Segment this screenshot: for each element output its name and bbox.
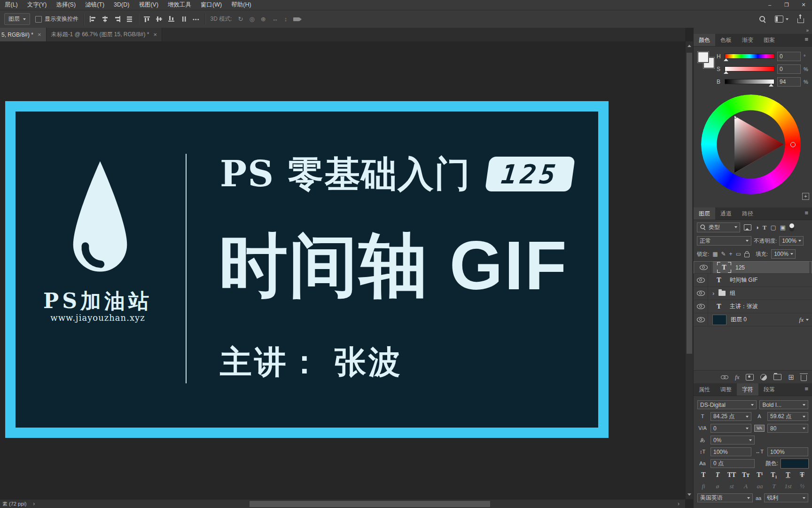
menu-plugins[interactable]: 增效工具 [163,0,196,10]
canvas-area[interactable]: PS加油站 www.jiayouzhan.xyz PS 零基础入门 125 时间… [0,41,685,499]
more-options-icon[interactable]: ••• [193,16,200,22]
kerning-input[interactable]: 0 [710,424,751,433]
link-layers-icon[interactable] [721,375,728,379]
search-icon[interactable] [759,16,766,23]
hue-slider-marker[interactable] [724,58,728,61]
fractions-button[interactable]: ½ [797,483,807,490]
layer-row-lecturer[interactable]: T 主讲：张波 [694,300,812,313]
stylistic-alternates-button[interactable]: aa [755,483,765,490]
expand-group-icon[interactable]: › [712,290,714,297]
close-tab-icon[interactable]: × [154,31,157,38]
restore-button[interactable]: ❐ [778,0,795,10]
superscript-button[interactable]: T¹ [755,471,765,479]
menu-filter[interactable]: 滤镜(T) [80,0,109,10]
new-layer-icon[interactable]: ⊞ [788,373,794,381]
visibility-toggle[interactable] [694,287,708,300]
layer-select-dropdown[interactable]: 图层 [4,13,30,25]
layer-name[interactable]: 125 [735,264,745,271]
blend-mode-dropdown[interactable]: 正常 [697,236,751,246]
lock-image-icon[interactable]: ✎ [721,251,726,257]
pixel-layer-thumbnail[interactable] [712,315,726,325]
layer-name[interactable]: 组 [730,289,735,297]
workspace-switcher[interactable] [775,16,789,23]
tab-paragraph[interactable]: 段落 [758,383,780,396]
font-family-dropdown[interactable]: DS-Digital [697,400,757,409]
orbit-3d-icon[interactable]: ↻ [238,16,243,23]
subscript-button[interactable]: T₁ [769,471,779,479]
tab-patterns[interactable]: 图案 [758,34,780,46]
baseline-shift-input[interactable]: 0 点 [710,459,755,468]
menu-layer[interactable]: 层(L) [0,0,23,10]
scroll-down-icon[interactable] [687,493,691,496]
close-button[interactable]: ✕ [795,0,812,10]
filter-shape-layers-icon[interactable]: ▢ [771,224,776,230]
visibility-toggle[interactable] [694,274,708,286]
show-transform-checkbox[interactable] [35,16,42,23]
layer-filter-dropdown[interactable]: 类型 [697,222,740,232]
tab-color[interactable]: 颜色 [694,34,715,46]
tsume-input[interactable]: 0% [710,436,755,444]
text-layer-thumbnail[interactable]: T [712,303,726,310]
underline-button[interactable]: T [783,471,793,479]
filter-type-layers-icon[interactable]: T [763,224,767,230]
share-icon[interactable] [797,18,804,23]
hue-slider[interactable] [725,54,774,59]
swash-button[interactable]: A [741,483,750,490]
menu-window[interactable]: 窗口(W) [196,0,226,10]
lock-position-icon[interactable]: + [729,251,733,257]
strikethrough-button[interactable]: Ŧ [797,471,807,479]
brightness-slider-marker[interactable] [769,84,773,87]
contextual-alternates-button[interactable]: ø [713,483,722,490]
tab-adjustments[interactable]: 调整 [715,383,737,396]
faux-italic-button[interactable]: T [713,471,722,479]
visibility-toggle[interactable] [694,300,708,313]
add-mask-icon[interactable] [746,374,754,381]
panel-menu-icon[interactable]: ≡ [804,34,812,46]
tab-channels[interactable]: 通道 [715,207,737,220]
menu-select[interactable]: 选择(S) [51,0,80,10]
distribute-vertical-icon[interactable] [180,16,187,22]
menu-3d[interactable]: 3D(D) [109,0,134,10]
text-color-swatch[interactable] [781,459,808,468]
slide-3d-icon[interactable]: ↔ [272,16,278,23]
show-transform-option[interactable]: 显示变换控件 [35,15,78,23]
anti-alias-dropdown[interactable]: 锐利 [764,493,808,502]
close-tab-icon[interactable]: × [38,31,41,38]
menu-view[interactable]: 视图(V) [134,0,163,10]
scroll-right-icon[interactable]: › [678,500,679,507]
layer-effects-badge[interactable]: fx [799,316,812,324]
adjustment-layer-icon[interactable] [760,374,767,381]
status-chevron-icon[interactable]: › [33,500,35,507]
filter-smart-objects-icon[interactable]: ▣ [780,224,786,230]
horizontal-scale-input[interactable]: 100% [767,447,808,456]
tracking-input[interactable]: 80 [767,424,808,433]
filter-adjustment-layers-icon[interactable]: ◑ [755,224,759,230]
saturation-value[interactable]: 0 [777,64,801,74]
align-right-icon[interactable] [114,16,121,22]
layer-row-timeline-gif[interactable]: T 时间轴 GIF [694,274,812,287]
layer-style-icon[interactable]: fx [735,373,739,381]
font-style-dropdown[interactable]: Bold I... [759,400,808,409]
tab-layers[interactable]: 图层 [694,207,715,220]
tab-character[interactable]: 字符 [737,383,758,396]
layer-name[interactable]: 主讲：张波 [730,302,758,310]
distribute-horizontal-icon[interactable] [126,16,133,22]
horizontal-scrollbar-thumb[interactable] [250,501,490,507]
brightness-slider[interactable] [725,79,774,84]
lock-all-icon[interactable] [744,253,750,257]
faux-bold-button[interactable]: T [699,471,708,479]
align-middle-icon[interactable] [156,16,163,22]
align-left-icon[interactable] [89,16,96,22]
minimize-button[interactable]: – [761,0,778,10]
text-layer-thumbnail[interactable]: T [712,277,726,284]
align-center-horizontal-icon[interactable] [102,16,109,22]
hue-ring-marker[interactable] [790,142,796,147]
tab-swatches[interactable]: 色板 [715,34,737,46]
panel-menu-icon[interactable]: ≡ [804,207,812,220]
language-dropdown[interactable]: 美国英语 [697,493,753,502]
menu-help[interactable]: 帮助(H) [226,0,256,10]
leading-input[interactable]: 59.62 点 [767,412,808,421]
document-tab-active[interactable]: 5, RGB/8#) * × [0,28,47,41]
pan-3d-icon[interactable]: ⊕ [261,16,266,23]
all-caps-button[interactable]: TT [727,471,736,479]
